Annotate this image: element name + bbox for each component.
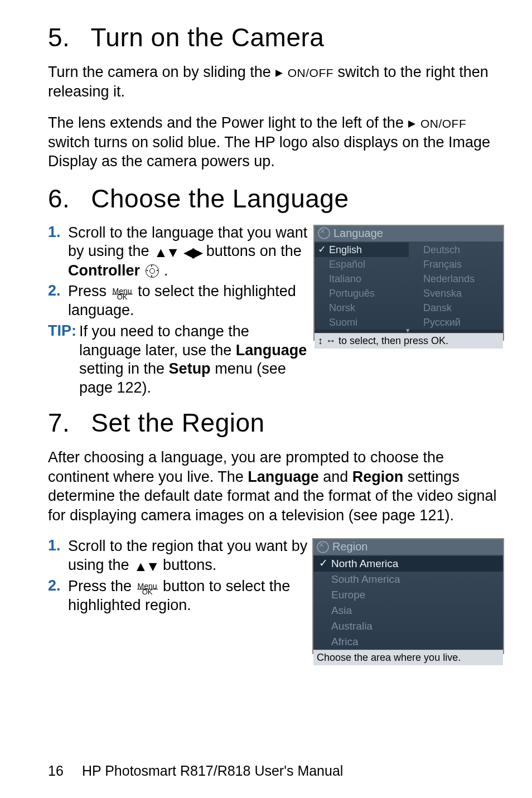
lang-item-francais: Français — [409, 257, 503, 272]
section-7-heading: 7. Set the Region — [48, 408, 504, 438]
updown-leftright-icon: ↕ ↔ — [318, 335, 336, 346]
triangle-right-icon: ▶ — [275, 67, 283, 79]
up-down-arrows-icon: ▲▼ — [133, 558, 159, 575]
gear-icon — [318, 227, 330, 239]
region-item-asia: Asia — [313, 603, 503, 618]
region-menu-screenshot: Region North America South America Europ… — [312, 538, 504, 654]
list-number-1: 1. — [48, 537, 68, 554]
lang-item-deutsch: Deutsch — [409, 243, 503, 257]
region-item-australia: Australia — [313, 618, 503, 634]
list-number-2: 2. — [48, 282, 68, 299]
region-menu-title: Region — [332, 540, 367, 553]
lang-item-dansk: Dansk — [409, 301, 503, 315]
lang-item-suomi: Suomi — [315, 315, 409, 330]
section-7-step-2: Press the MenuOK button to select the hi… — [68, 577, 308, 615]
language-menu-title-bar: Language — [315, 226, 503, 241]
up-down-arrows-icon: ▲▼ — [153, 244, 179, 261]
language-menu-screenshot: Language English Español Italiano Portug… — [313, 225, 504, 341]
region-item-europe: Europe — [313, 587, 503, 603]
section-6-title: Choose the Language — [91, 184, 349, 213]
on-off-label: ON/OFF — [288, 66, 333, 79]
controller-label: Controller — [68, 262, 140, 279]
page-footer: 16 HP Photosmart R817/R818 User's Manual — [48, 763, 343, 779]
section-5-paragraph-2: The lens extends and the Power light to … — [48, 113, 504, 171]
list-number-1: 1. — [48, 224, 68, 241]
lang-item-norsk: Norsk — [315, 301, 409, 315]
left-right-arrows-icon: ◀▶ — [183, 244, 202, 261]
on-off-label: ON/OFF — [420, 117, 466, 130]
region-menu-footer: Choose the area where you live. — [313, 650, 503, 665]
lang-item-italiano: Italiano — [315, 272, 409, 286]
language-menu-footer: ↕ ↔ to select, then press OK. — [315, 333, 503, 349]
lang-item-portugues: Português — [315, 286, 409, 301]
lang-item-english: English — [315, 243, 409, 257]
controller-icon — [146, 264, 159, 278]
section-6-tip: If you need to change the language later… — [79, 322, 309, 398]
manual-title: HP Photosmart R817/R818 User's Manual — [82, 763, 343, 778]
section-5-heading: 5. Turn on the Camera — [48, 22, 504, 52]
language-menu-scrollbar — [315, 330, 503, 333]
section-6-step-1: Scroll to the language that you want by … — [68, 224, 309, 280]
region-item-north-america: North America — [313, 556, 503, 572]
section-5-title: Turn on the Camera — [90, 23, 324, 52]
section-5-number: 5. — [48, 22, 84, 52]
menu-ok-icon: MenuOK — [136, 583, 159, 596]
menu-ok-icon: MenuOK — [111, 288, 134, 301]
section-7-number: 7. — [48, 408, 84, 438]
tip-label: TIP: — [48, 322, 79, 340]
region-item-south-america: South America — [313, 572, 503, 587]
region-item-africa: Africa — [313, 634, 503, 650]
section-7-step-1: Scroll to the region that you want by us… — [68, 537, 308, 575]
section-7-paragraph-1: After choosing a language, you are promp… — [48, 448, 504, 525]
triangle-right-icon: ▶ — [408, 118, 416, 130]
lang-item-nederlands: Nederlands — [409, 272, 503, 286]
section-6-heading: 6. Choose the Language — [48, 183, 504, 214]
region-menu-title-bar: Region — [313, 539, 503, 555]
section-7-title: Set the Region — [91, 408, 264, 437]
lang-item-russian: Русский — [409, 315, 503, 330]
lang-item-espanol: Español — [315, 257, 409, 272]
section-6-number: 6. — [48, 183, 84, 214]
page-number: 16 — [48, 763, 78, 779]
list-number-2: 2. — [48, 577, 68, 594]
section-5-paragraph-1: Turn the camera on by sliding the ▶ ON/O… — [48, 62, 504, 101]
gear-icon — [317, 541, 329, 553]
section-6-step-2: Press MenuOK to select the highlighted l… — [68, 282, 309, 320]
lang-item-svenska: Svenska — [409, 286, 503, 301]
language-menu-title: Language — [333, 227, 383, 240]
